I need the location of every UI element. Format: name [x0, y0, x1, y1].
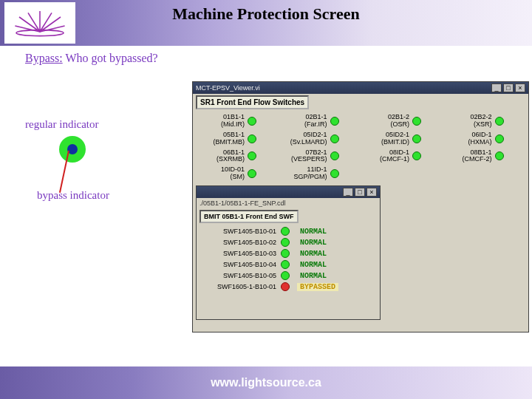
- indicator-label: 06B1-1(SXRMB): [197, 149, 248, 164]
- indicator-cell[interactable]: 02B1-1(Far.IR): [280, 114, 360, 129]
- switch-row[interactable]: SWF1405-B10-01NORMAL: [201, 227, 375, 236]
- indicator-cell[interactable]: 06ID-1(HXMA): [445, 132, 525, 146]
- detail-window: _ □ × ./05B1-1/05B1-1-FE_SNP.cdl BMIT 05…: [196, 185, 381, 320]
- switch-status: NORMAL: [297, 272, 330, 280]
- indicator-label: 08ID-1(CMCF-1): [362, 149, 412, 164]
- indicator-label: 02B1-2(OSR): [362, 114, 412, 129]
- status-indicator-icon: [330, 151, 339, 160]
- window-title: MCT-EPSV_Viewer.vi: [196, 84, 260, 92]
- page-title: Machine Protection Screen: [0, 4, 532, 24]
- indicator-cell[interactable]: 02B2-2(XSR): [445, 114, 525, 129]
- status-indicator-icon: [330, 134, 339, 143]
- detail-panel-title: BMIT 05B1-1 Front End SWF: [200, 210, 299, 223]
- status-indicator-icon: [281, 249, 290, 258]
- switch-row[interactable]: SWF1605-1-B10-01BYPASSED: [201, 282, 375, 291]
- detail-titlebar[interactable]: _ □ ×: [197, 186, 380, 198]
- indicator-cell[interactable]: 01B1-1(Mid.IR): [197, 114, 277, 129]
- switch-status: NORMAL: [297, 228, 330, 236]
- indicator-cell[interactable]: 06B1-1(SXRMB): [197, 149, 277, 164]
- switch-name: SWF1405-B10-03: [201, 250, 281, 257]
- legend-bypass-label: bypass indicator: [37, 189, 109, 202]
- switch-status: NORMAL: [297, 261, 330, 269]
- indicator-label: 07B2-1(VESPERS): [280, 149, 330, 164]
- switch-rows: SWF1405-B10-01NORMALSWF1405-B10-02NORMAL…: [197, 225, 380, 296]
- status-indicator-icon: [495, 117, 504, 126]
- panel-title: SR1 Front End Flow Switches: [196, 95, 309, 109]
- subtitle: Bypass: Who got bypassed?: [25, 52, 158, 65]
- indicator-label: 05ID2-1(BMIT.ID): [362, 132, 412, 146]
- minimize-button[interactable]: _: [491, 83, 502, 92]
- maximize-button[interactable]: □: [503, 83, 514, 92]
- status-indicator-icon: [495, 151, 504, 160]
- switch-row[interactable]: SWF1405-B10-03NORMAL: [201, 249, 375, 258]
- status-indicator-icon: [248, 134, 256, 143]
- indicator-cell[interactable]: 05ID2-1(BMIT.ID): [362, 132, 442, 146]
- indicator-cell[interactable]: 08ID-1(CMCF-1): [362, 149, 442, 164]
- switch-row[interactable]: SWF1405-B10-04NORMAL: [201, 260, 375, 269]
- legend-regular-label: regular indicator: [25, 118, 99, 131]
- indicator-label: 01B1-1(Mid.IR): [197, 114, 248, 129]
- footer: www.lightsource.ca: [0, 366, 532, 399]
- indicator-cell[interactable]: 07B2-1(VESPERS): [280, 149, 360, 164]
- banner: Machine Protection Screen: [0, 0, 532, 46]
- status-indicator-icon: [412, 134, 421, 143]
- close-button[interactable]: ×: [515, 83, 525, 92]
- switch-name: SWF1405-B10-01: [201, 228, 281, 235]
- indicator-cell[interactable]: 11ID-1SGP/PGM): [280, 166, 360, 181]
- status-indicator-icon: [281, 271, 290, 280]
- subtitle-keyword: Bypass:: [25, 52, 63, 64]
- switch-row[interactable]: SWF1405-B10-05NORMAL: [201, 271, 375, 280]
- status-indicator-icon: [281, 260, 290, 269]
- status-indicator-icon: [248, 169, 256, 178]
- footer-url: www.lightsource.ca: [211, 376, 321, 389]
- indicator-label: 02B2-2(XSR): [445, 114, 495, 129]
- status-indicator-icon: [281, 282, 290, 291]
- switch-status: NORMAL: [297, 250, 330, 258]
- titlebar[interactable]: MCT-EPSV_Viewer.vi _ □ ×: [193, 82, 528, 94]
- indicator-label: 05B1-1(BMIT.MB): [197, 132, 248, 146]
- status-indicator-icon: [281, 238, 290, 247]
- switch-name: SWF1405-B10-04: [201, 261, 281, 268]
- status-indicator-icon: [248, 151, 256, 160]
- indicator-grid: 01B1-1(Mid.IR)02B1-1(Far.IR)02B1-2(OSR)0…: [193, 111, 528, 187]
- detail-minimize-button[interactable]: _: [343, 188, 353, 197]
- status-indicator-icon: [495, 134, 504, 143]
- switch-status: NORMAL: [297, 239, 330, 247]
- indicator-label: 02B1-1(Far.IR): [280, 114, 330, 129]
- indicator-label: 11ID-1SGP/PGM): [280, 166, 330, 181]
- indicator-cell[interactable]: 05B1-1(BMIT.MB): [197, 132, 277, 146]
- status-indicator-icon: [412, 151, 421, 160]
- switch-name: SWF1405-B10-02: [201, 239, 281, 246]
- subtitle-rest: Who got bypassed?: [63, 52, 158, 64]
- detail-close-button[interactable]: ×: [366, 188, 377, 197]
- status-indicator-icon: [281, 227, 290, 236]
- indicator-cell[interactable]: 05ID2-1(Sv.LMARD): [280, 132, 360, 146]
- indicator-cell[interactable]: 10ID-01(SM): [197, 166, 277, 181]
- switch-status: BYPASSED: [297, 283, 338, 291]
- indicator-cell[interactable]: 02B1-2(OSR): [362, 114, 442, 129]
- indicator-label: 05ID2-1(Sv.LMARD): [280, 132, 330, 146]
- switch-name: SWF1605-1-B10-01: [201, 283, 281, 290]
- indicator-label: 10ID-01(SM): [197, 166, 248, 181]
- status-indicator-icon: [330, 117, 339, 126]
- indicator-cell[interactable]: 08B1-1(CMCF-2): [445, 149, 525, 164]
- inspector-window: MCT-EPSV_Viewer.vi _ □ × SR1 Front End F…: [192, 81, 529, 332]
- legend-indicator: [59, 136, 86, 163]
- switch-name: SWF1405-B10-05: [201, 272, 281, 279]
- status-indicator-icon: [412, 117, 421, 126]
- indicator-label: 06ID-1(HXMA): [445, 132, 495, 146]
- detail-maximize-button[interactable]: □: [355, 188, 365, 197]
- status-indicator-icon: [248, 117, 256, 126]
- indicator-label: 08B1-1(CMCF-2): [445, 149, 495, 164]
- switch-row[interactable]: SWF1405-B10-02NORMAL: [201, 238, 375, 247]
- detail-path: ./05B1-1/05B1-1-FE_SNP.cdl: [197, 198, 380, 208]
- status-indicator-icon: [330, 169, 339, 178]
